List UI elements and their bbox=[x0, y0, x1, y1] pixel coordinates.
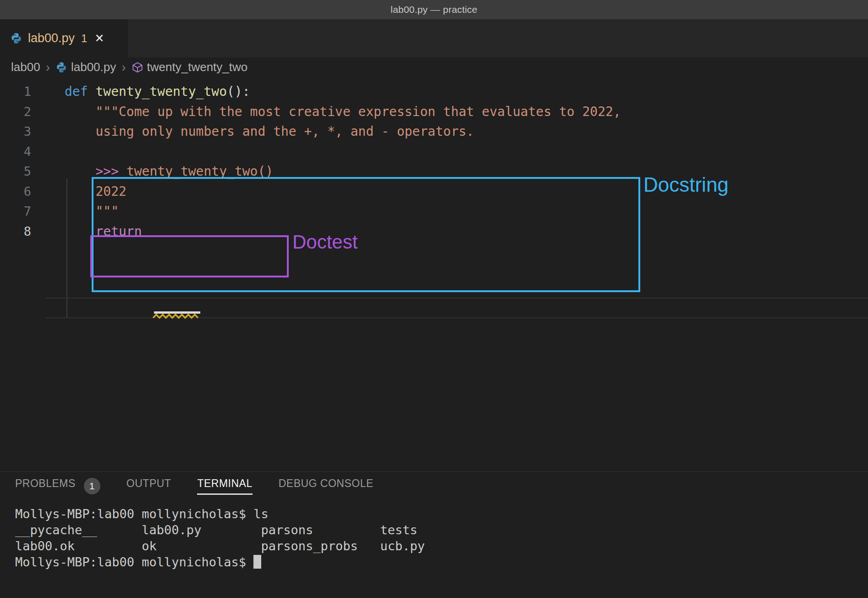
terminal-line: __pycache__ lab00.py parsons tests bbox=[15, 522, 868, 538]
code-text: using only numbers and the +, *, and - o… bbox=[65, 122, 474, 142]
code-line[interactable]: 4 bbox=[0, 142, 868, 162]
breadcrumb: lab00 › lab00.py › twenty_twenty_two bbox=[0, 57, 868, 77]
code-editor[interactable]: 1def twenty_twenty_two():2 """Come up wi… bbox=[0, 77, 868, 471]
tab-close-icon[interactable]: ✕ bbox=[94, 32, 104, 45]
code-line[interactable]: 1def twenty_twenty_two(): bbox=[0, 82, 868, 102]
editor-tab-bar: lab00.py 1 ✕ bbox=[0, 19, 868, 57]
code-text: """ bbox=[65, 201, 119, 221]
code-text: def twenty_twenty_two(): bbox=[65, 82, 250, 102]
docstring-annotation-label: Docstring bbox=[643, 173, 729, 196]
terminal-line: Mollys-MBP:lab00 mollynicholas$ ls bbox=[15, 506, 868, 522]
line-number: 5 bbox=[0, 161, 31, 182]
doctest-annotation-box bbox=[90, 235, 289, 277]
tab-filename: lab00.py bbox=[28, 31, 75, 45]
doctest-annotation-label: Doctest bbox=[292, 231, 357, 253]
panel-tab-output[interactable]: OUTPUT bbox=[126, 472, 171, 500]
code-text: return bbox=[65, 221, 142, 242]
code-line[interactable]: 5 >>> twenty_twenty_two() bbox=[0, 161, 868, 182]
title-bar: lab00.py — practice bbox=[0, 0, 868, 19]
line-number: 8 bbox=[0, 221, 31, 242]
chevron-right-icon: › bbox=[121, 60, 126, 75]
tab-problem-count: 1 bbox=[81, 32, 87, 45]
code-line[interactable]: 6 2022 bbox=[0, 182, 868, 202]
code-text: 2022 bbox=[65, 182, 126, 202]
panel-tab-problems[interactable]: PROBLEMS1 bbox=[15, 472, 100, 500]
chevron-right-icon: › bbox=[46, 60, 50, 75]
line-number: 3 bbox=[0, 122, 31, 142]
code-line[interactable]: 8 return bbox=[0, 221, 868, 242]
terminal[interactable]: Mollys-MBP:lab00 mollynicholas$ ls__pyca… bbox=[0, 500, 868, 570]
code-line[interactable]: 3 using only numbers and the +, *, and -… bbox=[0, 122, 868, 142]
panel-tab-label: OUTPUT bbox=[126, 477, 171, 495]
panel-tab-label: DEBUG CONSOLE bbox=[279, 477, 374, 495]
symbol-cube-icon bbox=[132, 61, 143, 73]
window-title: lab00.py — practice bbox=[390, 4, 477, 15]
panel-tab-label: TERMINAL bbox=[197, 477, 252, 495]
tab-lab00-py[interactable]: lab00.py 1 ✕ bbox=[0, 19, 128, 57]
python-icon bbox=[10, 32, 22, 44]
breadcrumb-symbol[interactable]: twenty_twenty_two bbox=[147, 60, 248, 74]
terminal-line: Mollys-MBP:lab00 mollynicholas$ bbox=[15, 554, 868, 570]
bottom-panel: PROBLEMS1OUTPUTTERMINALDEBUG CONSOLE Mol… bbox=[0, 471, 868, 598]
line-number: 6 bbox=[0, 182, 31, 202]
code-text: >>> twenty_twenty_two() bbox=[65, 161, 273, 182]
indent-guide bbox=[66, 178, 67, 318]
python-icon bbox=[55, 61, 67, 73]
code-text: """Come up with the most creative expres… bbox=[65, 102, 621, 122]
panel-tab-debug-console[interactable]: DEBUG CONSOLE bbox=[279, 472, 374, 500]
panel-tab-label: PROBLEMS bbox=[15, 477, 76, 495]
panel-tab-bar: PROBLEMS1OUTPUTTERMINALDEBUG CONSOLE bbox=[0, 472, 868, 500]
vscode-window: lab00.py — practice lab00.py 1 ✕ lab00 ›… bbox=[0, 0, 868, 598]
code-line[interactable]: 2 """Come up with the most creative expr… bbox=[0, 102, 868, 122]
line-number: 2 bbox=[0, 102, 31, 122]
breadcrumb-file[interactable]: lab00.py bbox=[71, 60, 116, 74]
code-area: 1def twenty_twenty_two():2 """Come up wi… bbox=[0, 82, 868, 241]
code-line[interactable]: 7 """ bbox=[0, 201, 868, 221]
line-number: 1 bbox=[0, 82, 31, 102]
breadcrumb-folder[interactable]: lab00 bbox=[11, 60, 40, 74]
panel-tab-terminal[interactable]: TERMINAL bbox=[197, 472, 252, 500]
problems-count-badge: 1 bbox=[84, 478, 100, 494]
terminal-cursor bbox=[253, 555, 261, 569]
line-number: 4 bbox=[0, 142, 31, 162]
warning-squiggle-icon bbox=[153, 313, 201, 319]
line-number: 7 bbox=[0, 201, 31, 221]
terminal-line: lab00.ok ok parsons_probs ucb.py bbox=[15, 538, 868, 554]
